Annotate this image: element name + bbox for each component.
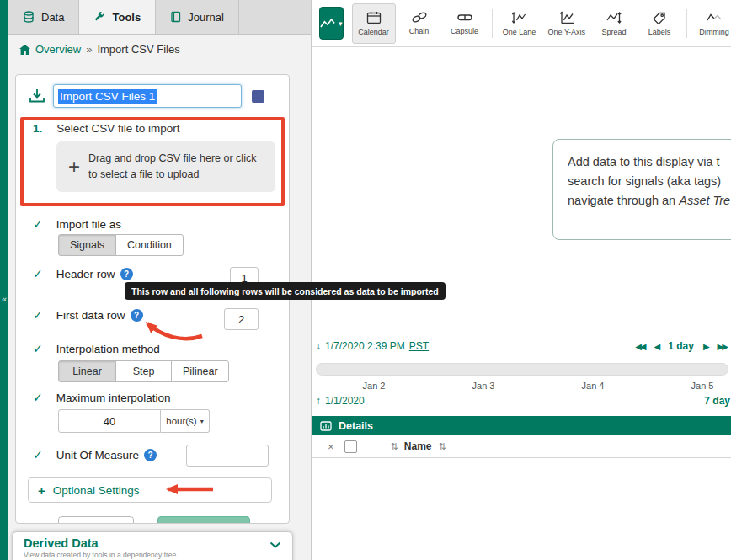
caret-down-icon: ▾ [200,418,204,425]
step1-header: 1. Select CSV file to import [33,122,180,135]
check-icon: ✓ [33,267,43,280]
import-as-group: Signals Condition [58,234,184,256]
color-swatch-button[interactable] [252,90,264,103]
collapse-rail[interactable]: « [0,0,8,560]
breadcrumb-overview-link[interactable]: Overview [35,43,81,56]
tab-data[interactable]: Data [8,0,79,34]
unit-dropdown[interactable]: hour(s) ▾ [161,409,210,433]
check-icon: ✓ [33,391,43,404]
time-scrollbar[interactable] [316,363,728,376]
seeq-workbench: « Data Tools [0,0,731,560]
first-data-row-row: ✓ First data row ? [33,308,143,322]
toolbar-capsule[interactable]: Capsule [443,3,487,44]
optional-settings-toggle[interactable]: + Optional Settings [28,477,272,503]
condition-button[interactable]: Condition [115,234,184,256]
step-back-fast-button[interactable]: ◀◀ [635,342,644,351]
trend-view-button[interactable]: ▾ [319,7,344,40]
help-icon[interactable]: ? [120,268,133,280]
toolbar-separator [492,9,493,38]
tab-tools[interactable]: Tools [79,0,156,34]
close-icon[interactable]: × [328,440,334,453]
check-icon: ✓ [33,217,43,231]
calendar-icon [366,11,382,24]
help-icon[interactable]: ? [131,309,143,322]
details-title: Details [339,420,373,432]
linear-button[interactable]: Linear [58,360,116,382]
data-icon [23,11,35,23]
range-duration-button[interactable]: 1 day [668,340,694,352]
unit-of-measure-label: Unit Of Measure [56,449,139,461]
unit-of-measure-input[interactable] [186,445,269,467]
step-back-button[interactable]: ◀ [654,342,659,351]
toolbar-spread[interactable]: Spread [592,3,636,44]
dimming-icon [706,11,723,24]
execute-button[interactable] [157,516,250,524]
select-all-checkbox[interactable] [344,440,357,453]
max-interpolation-label: Maximum interpolation [56,392,171,404]
investigate-start-date[interactable]: 1/1/2020 [325,395,365,407]
tick-label: Jan 4 [582,381,605,391]
toolbar-chain[interactable]: Chain [398,3,441,44]
check-icon: ✓ [33,308,43,322]
name-column-header[interactable]: Name [404,440,432,452]
investigate-range-bar: ↑ 1/1/2020 7 day [316,395,730,407]
collapse-panel-icon[interactable]: « [0,289,8,309]
overview-home-icon [19,45,30,55]
header-row-input[interactable]: 1 [230,267,259,289]
details-header[interactable]: Details [312,416,731,435]
import-as-row: ✓ Import file as [33,217,121,231]
csv-dropzone[interactable]: + Drag and drop CSV file here or click t… [56,141,275,192]
help-icon[interactable]: ? [144,449,157,461]
interpolation-row: ✓ Interpolation method [33,342,160,355]
step-forward-button[interactable]: ▶ [703,342,708,351]
caret-down-icon: ▾ [339,19,343,28]
step-forward-fast-button[interactable]: ▶▶ [718,342,727,351]
check-icon: ✓ [33,342,43,355]
display-start-time[interactable]: 1/7/2020 2:39 PM [325,340,405,352]
display-start[interactable]: ↓ 1/7/2020 2:39 PM PST [316,340,429,352]
toolbar-items: Calendar Chain [352,3,731,44]
empty-display-help: Add data to this display via t search fo… [552,139,731,240]
breadcrumb: Overview » Import CSV Files [8,35,311,61]
toolbar-calendar[interactable]: Calendar [352,3,396,44]
toolbar-labels[interactable]: Labels [638,3,681,44]
interpolation-group: Linear Step Pilinear [58,360,229,382]
first-data-row-input[interactable]: 2 [224,308,259,330]
breadcrumb-separator: » [86,43,92,56]
tool-name-input[interactable]: Import CSV Files 1 [53,84,242,108]
check-icon: ✓ [33,448,43,461]
max-interpolation-input[interactable]: 40 [58,409,161,433]
chevron-down-icon [269,541,281,548]
time-axis-ticks: Jan 2 Jan 3 Jan 4 Jan 5 [312,381,731,392]
step-button[interactable]: Step [115,360,172,382]
one-y-axis-icon [558,11,575,24]
derived-data-panel[interactable]: Derived Data View data created by tools … [12,531,293,560]
pilinear-button[interactable]: Pilinear [171,360,229,382]
header-row-row: ✓ Header row ? [33,267,133,280]
import-as-label: Import file as [56,218,121,231]
timezone-link[interactable]: PST [409,340,429,352]
tab-journal[interactable]: Journal [156,0,239,34]
sort-icon[interactable]: ⇅ [391,441,398,452]
wrench-icon [93,11,105,23]
display-range-bar: ↓ 1/7/2020 2:39 PM PST ◀◀ ◀ 1 day ▶ ▶▶ [316,340,728,352]
trend-icon [320,18,335,29]
signals-button[interactable]: Signals [58,234,116,256]
one-lane-icon [511,11,528,24]
tab-data-label: Data [41,11,64,24]
cancel-button[interactable] [58,516,134,524]
toolbar-one-lane[interactable]: One Lane [498,3,542,44]
toolbar-dimming[interactable]: Dimming [692,3,731,44]
sort-icon[interactable]: ⇅ [439,441,446,452]
interpolation-label: Interpolation method [56,343,160,355]
investigate-start[interactable]: ↑ 1/1/2020 [316,395,365,407]
dropzone-text: Drag and drop CSV file here or click to … [88,151,256,183]
toolbar-one-y-axis[interactable]: One Y-Axis [543,3,591,44]
max-interpolation-group: 40 hour(s) ▾ [58,409,210,433]
toolbar-separator [686,9,687,38]
panel-tabbar: Data Tools Journal [8,0,311,35]
breadcrumb-current: Import CSV Files [97,43,179,56]
investigate-duration-button[interactable]: 7 day [704,395,730,407]
left-panel: Data Tools Journal Overview [8,0,312,560]
unit-of-measure-row: ✓ Unit Of Measure ? [33,448,157,461]
